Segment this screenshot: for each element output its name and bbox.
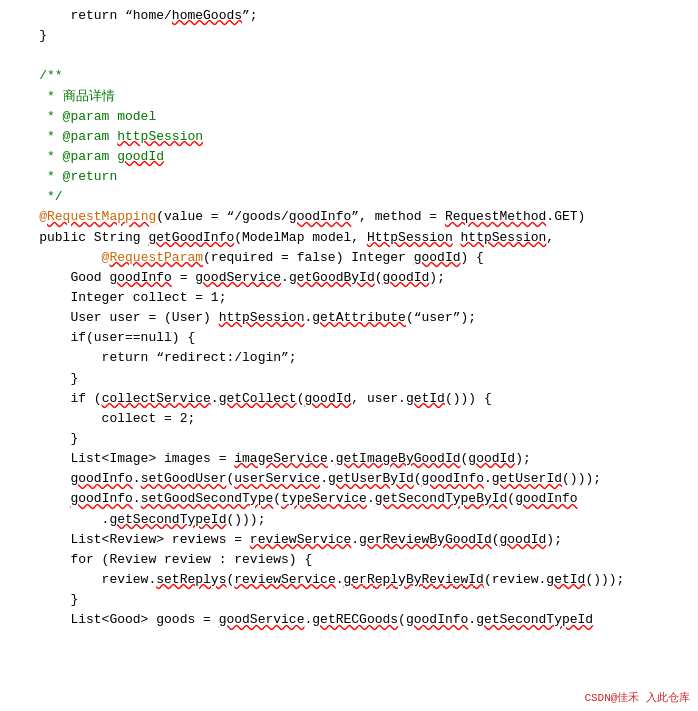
code-line: List<Good> goods = goodService.getRECGoo…: [8, 610, 690, 630]
code-line: goodInfo.setGoodSecondType(typeService.g…: [8, 489, 690, 509]
code-line: * @param goodId: [8, 147, 690, 167]
code-line: * @param model: [8, 107, 690, 127]
code-line: * 商品详情: [8, 87, 690, 107]
code-line: public String getGoodInfo(ModelMap model…: [8, 228, 690, 248]
code-line: if (collectService.getCollect(goodId, us…: [8, 389, 690, 409]
code-line: if(user==null) {: [8, 328, 690, 348]
code-line: */: [8, 187, 690, 207]
code-line: review.setReplys(reviewService.gerReplyB…: [8, 570, 690, 590]
code-line: return “home/homeGoods”;: [8, 6, 690, 26]
code-line: Good goodInfo = goodService.getGoodById(…: [8, 268, 690, 288]
code-editor: return “home/homeGoods”; } /** * 商品详情 * …: [0, 0, 698, 711]
code-line: @RequestMapping(value = “/goods/goodInfo…: [8, 207, 690, 227]
code-line: for (Review review : reviews) {: [8, 550, 690, 570]
code-line: return “redirect:/login”;: [8, 348, 690, 368]
code-line: User user = (User) httpSession.getAttrib…: [8, 308, 690, 328]
code-line: * @return: [8, 167, 690, 187]
code-line: /**: [8, 66, 690, 86]
code-line: }: [8, 369, 690, 389]
code-line: }: [8, 26, 690, 46]
code-line: }: [8, 590, 690, 610]
code-line: Integer collect = 1;: [8, 288, 690, 308]
code-line: List<Review> reviews = reviewService.ger…: [8, 530, 690, 550]
code-line: goodInfo.setGoodUser(userService.getUser…: [8, 469, 690, 489]
watermark: CSDN@佳禾 入此仓库: [584, 690, 690, 707]
code-line: * @param httpSession: [8, 127, 690, 147]
code-line: @RequestParam(required = false) Integer …: [8, 248, 690, 268]
code-line: collect = 2;: [8, 409, 690, 429]
code-line: }: [8, 429, 690, 449]
code-line: [8, 46, 690, 66]
code-line: .getSecondTypeId()));: [8, 510, 690, 530]
code-line: List<Image> images = imageService.getIma…: [8, 449, 690, 469]
